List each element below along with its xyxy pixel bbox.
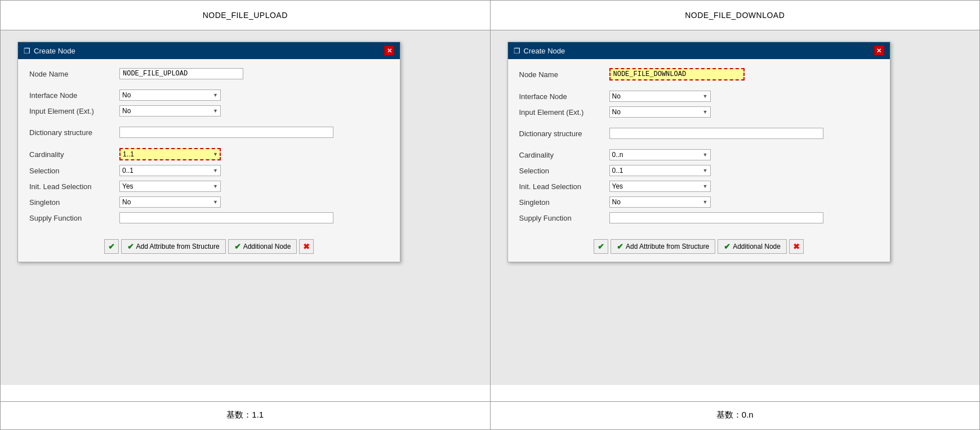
right-interface-node-select-wrapper: No Yes <box>609 91 711 102</box>
right-input-element-select[interactable]: No Yes <box>609 106 711 118</box>
left-input-element-label: Input Element (Ext.) <box>29 107 119 115</box>
left-footer: 基数：1.1 <box>1 401 491 429</box>
left-cardinality-label: Cardinality <box>29 150 119 159</box>
right-additional-node-icon: ✔ <box>724 242 730 251</box>
right-supply-function-input[interactable] <box>609 212 823 223</box>
left-selection-select-wrapper: 0..1 0..n <box>119 165 221 176</box>
left-singleton-select-wrapper: No Yes <box>119 196 221 208</box>
left-init-lead-sel-select[interactable]: Yes No <box>119 181 221 192</box>
left-dialog-titlebar: ❐ Create Node ✕ <box>18 42 400 59</box>
left-supply-function-label: Supply Function <box>29 214 119 222</box>
right-dialog-close-button[interactable]: ✕ <box>874 46 884 56</box>
left-supply-function-input[interactable] <box>119 212 333 223</box>
left-input-element-select-wrapper: No Yes <box>119 105 221 117</box>
left-dialog-title: Create Node <box>34 47 75 55</box>
right-confirm-icon: ✔ <box>598 242 604 251</box>
right-node-name-input[interactable] <box>609 68 745 80</box>
right-footer-text: 基数：0.n <box>716 410 754 419</box>
left-dialog-footer: ✔ ✔ Create Node Add Attribute from Struc… <box>18 234 400 262</box>
left-confirm-button[interactable]: ✔ <box>104 239 119 254</box>
left-interface-node-row: Interface Node No Yes <box>29 89 389 101</box>
left-confirm-icon: ✔ <box>108 242 115 251</box>
right-selection-select[interactable]: 0..1 0..n <box>609 165 711 176</box>
left-init-lead-sel-label: Init. Lead Selection <box>29 182 119 191</box>
left-node-name-input[interactable] <box>119 68 243 79</box>
right-dialog-title: Create Node <box>524 47 565 55</box>
left-column-header: NODE_FILE_UPLOAD <box>1 1 490 30</box>
left-cardinality-select[interactable]: 1..1 0..n 1..n 0..1 <box>119 148 221 160</box>
left-additional-node-button[interactable]: ✔ Additional Node <box>228 239 297 254</box>
left-selection-select[interactable]: 0..1 0..n <box>119 165 221 176</box>
right-init-lead-sel-row: Init. Lead Selection Yes No <box>519 181 879 192</box>
left-cancel-icon: ✖ <box>303 242 310 251</box>
right-node-name-label: Node Name <box>519 70 609 79</box>
right-singleton-select[interactable]: No Yes <box>609 196 711 208</box>
right-footer: 基数：0.n <box>490 401 980 429</box>
right-dialog-body: Node Name Interface Node No Yes <box>508 59 890 234</box>
left-node-name-label: Node Name <box>29 70 119 78</box>
left-dict-struct-row: Dictionary structure <box>29 127 389 138</box>
right-selection-label: Selection <box>519 167 609 175</box>
right-add-attr-icon: ✔ <box>617 242 623 251</box>
right-singleton-label: Singleton <box>519 198 609 207</box>
left-input-element-row: Input Element (Ext.) No Yes <box>29 105 389 117</box>
right-supply-function-label: Supply Function <box>519 214 609 222</box>
right-node-name-row: Node Name <box>519 68 879 80</box>
left-add-attr-icon: ✔ <box>127 242 134 251</box>
left-dialog-body: Node Name Interface Node No Yes <box>18 59 400 234</box>
left-additional-node-text: Additional Node <box>243 243 291 250</box>
right-column-content: ❐ Create Node ✕ Node Name <box>491 30 980 385</box>
right-interface-node-row: Interface Node No Yes <box>519 91 879 102</box>
right-input-element-row: Input Element (Ext.) No Yes <box>519 106 879 118</box>
right-singleton-select-wrapper: No Yes <box>609 196 711 208</box>
right-interface-node-select[interactable]: No Yes <box>609 91 711 102</box>
left-interface-node-label: Interface Node <box>29 91 119 100</box>
right-dialog-titlebar: ❐ Create Node ✕ <box>508 42 890 59</box>
left-node-name-row: Node Name <box>29 68 389 79</box>
right-input-element-select-wrapper: No Yes <box>609 106 711 118</box>
left-cancel-button[interactable]: ✖ <box>299 239 314 254</box>
right-dict-struct-input[interactable] <box>609 128 823 139</box>
left-dialog-title-icon: ❐ <box>24 47 30 55</box>
left-add-attr-text: Add Attribute from Structure <box>136 243 220 250</box>
right-cardinality-label: Cardinality <box>519 151 609 159</box>
right-confirm-button[interactable]: ✔ <box>594 239 608 254</box>
right-add-attribute-button[interactable]: ✔ Add Attribute from Structure <box>611 239 715 254</box>
left-interface-node-select-wrapper: No Yes <box>119 89 221 101</box>
left-selection-label: Selection <box>29 167 119 175</box>
right-selection-select-wrapper: 0..1 0..n <box>609 165 711 176</box>
left-dict-struct-input[interactable] <box>119 127 333 138</box>
right-column-header: NODE_FILE_DOWNLOAD <box>491 1 980 30</box>
right-additional-node-button[interactable]: ✔ Additional Node <box>718 239 787 254</box>
left-interface-node-select[interactable]: No Yes <box>119 89 221 101</box>
left-footer-text: 基数：1.1 <box>226 410 264 419</box>
right-supply-function-row: Supply Function <box>519 212 879 223</box>
right-cardinality-select[interactable]: 0..n 1..1 1..n 0..1 <box>609 149 711 160</box>
right-cancel-icon: ✖ <box>793 242 800 251</box>
right-init-lead-sel-select[interactable]: Yes No <box>609 181 711 192</box>
right-init-lead-sel-select-wrapper: Yes No <box>609 181 711 192</box>
left-singleton-row: Singleton No Yes <box>29 196 389 208</box>
left-cardinality-row: Cardinality 1..1 0..n 1..n 0..1 <box>29 148 389 160</box>
right-additional-node-text: Additional Node <box>733 243 781 250</box>
left-dialog-close-button[interactable]: ✕ <box>384 46 394 56</box>
left-input-element-select[interactable]: No Yes <box>119 105 221 117</box>
left-dict-struct-label: Dictionary structure <box>29 128 119 137</box>
right-selection-row: Selection 0..1 0..n <box>519 165 879 176</box>
right-dict-struct-row: Dictionary structure <box>519 128 879 139</box>
left-selection-row: Selection 0..1 0..n <box>29 165 389 176</box>
left-cardinality-select-wrapper: 1..1 0..n 1..n 0..1 <box>119 148 221 160</box>
left-init-lead-sel-select-wrapper: Yes No <box>119 181 221 192</box>
left-supply-function-row: Supply Function <box>29 212 389 223</box>
right-cancel-button[interactable]: ✖ <box>789 239 804 254</box>
right-dialog: ❐ Create Node ✕ Node Name <box>507 42 890 262</box>
right-dict-struct-label: Dictionary structure <box>519 129 609 138</box>
left-singleton-label: Singleton <box>29 198 119 207</box>
right-cardinality-select-wrapper: 0..n 1..1 1..n 0..1 <box>609 149 711 160</box>
left-add-attribute-button[interactable]: ✔ Create Node Add Attribute from Structu… <box>121 239 226 254</box>
left-singleton-select[interactable]: No Yes <box>119 196 221 208</box>
left-additional-node-icon: ✔ <box>234 242 241 251</box>
right-init-lead-sel-label: Init. Lead Selection <box>519 182 609 191</box>
right-input-element-label: Input Element (Ext.) <box>519 108 609 117</box>
left-column-content: ❐ Create Node ✕ Node Name <box>1 30 490 385</box>
